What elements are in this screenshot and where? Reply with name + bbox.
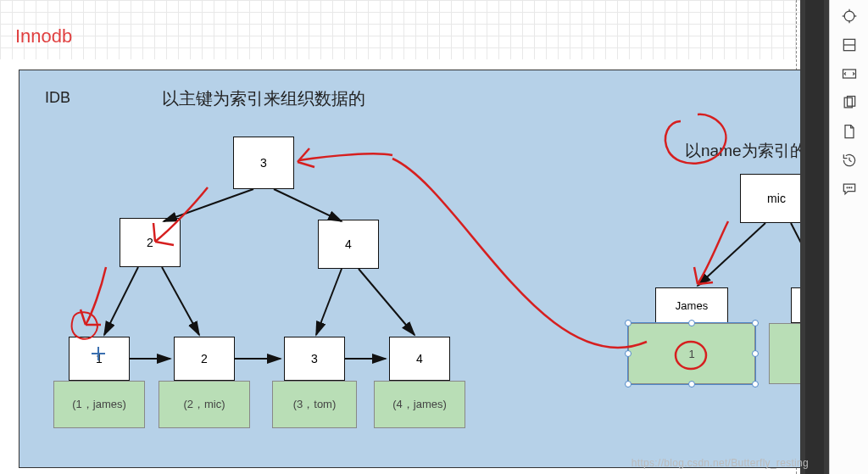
svg-line-4 bbox=[316, 269, 342, 335]
comment-icon[interactable] bbox=[837, 180, 861, 198]
primary-index-label: 以主键为索引来组织数据的 bbox=[162, 87, 365, 110]
history-icon[interactable] bbox=[837, 151, 861, 170]
page-icon[interactable] bbox=[837, 122, 861, 141]
svg-line-23 bbox=[849, 160, 852, 162]
selection-handle[interactable] bbox=[625, 381, 632, 388]
svg-line-3 bbox=[162, 267, 199, 335]
left-node-l: 2 bbox=[120, 218, 181, 267]
svg-point-26 bbox=[851, 187, 852, 188]
copy-icon[interactable] bbox=[837, 93, 861, 112]
svg-line-2 bbox=[104, 267, 138, 335]
svg-point-24 bbox=[847, 187, 848, 188]
selection-handle[interactable] bbox=[625, 320, 632, 326]
svg-line-1 bbox=[274, 189, 342, 221]
left-leafkey-3: 3 bbox=[284, 337, 345, 381]
layout-icon[interactable] bbox=[837, 36, 861, 54]
svg-line-5 bbox=[359, 269, 415, 335]
selection-handle[interactable] bbox=[752, 350, 759, 357]
left-leaf-3: (3，tom) bbox=[272, 381, 357, 428]
left-root: 3 bbox=[233, 137, 294, 189]
name-index-label: 以name为索引的 bbox=[685, 140, 806, 162]
selection-handle[interactable] bbox=[625, 350, 632, 357]
selection-handle[interactable] bbox=[688, 381, 695, 388]
left-leaf-1: (1，james) bbox=[53, 381, 145, 428]
right-node-l: James bbox=[655, 287, 728, 323]
selection-handle[interactable] bbox=[688, 320, 695, 326]
svg-line-0 bbox=[164, 189, 253, 221]
watermark: https://blog.csdn.net/Butterfly_resting bbox=[632, 457, 809, 469]
cursor-crosshair-icon bbox=[92, 347, 105, 360]
svg-line-9 bbox=[698, 223, 765, 286]
idb-label: IDB bbox=[45, 89, 70, 107]
left-leaf-4: (4，james) bbox=[374, 381, 465, 428]
right-leaf-1[interactable]: 1 bbox=[628, 323, 755, 384]
selection-handle[interactable] bbox=[752, 320, 759, 326]
left-node-r: 4 bbox=[318, 220, 379, 269]
svg-point-12 bbox=[844, 11, 854, 21]
diagram-title: Innodb bbox=[15, 25, 72, 47]
selection-handle[interactable] bbox=[752, 381, 759, 388]
ruler-track bbox=[805, 0, 824, 474]
target-icon[interactable] bbox=[837, 7, 861, 25]
left-leaf-2: (2，mic) bbox=[159, 381, 250, 428]
svg-point-25 bbox=[849, 187, 849, 188]
tool-rail bbox=[829, 0, 868, 474]
idb-panel: IDB 以主键为索引来组织数据的 以name为索引的 3 2 4 1 2 3 4… bbox=[19, 70, 866, 468]
left-leafkey-2: 2 bbox=[174, 337, 235, 381]
fit-icon[interactable] bbox=[837, 64, 861, 83]
left-leafkey-4: 4 bbox=[389, 337, 450, 381]
ruler-dark-area bbox=[800, 0, 829, 474]
